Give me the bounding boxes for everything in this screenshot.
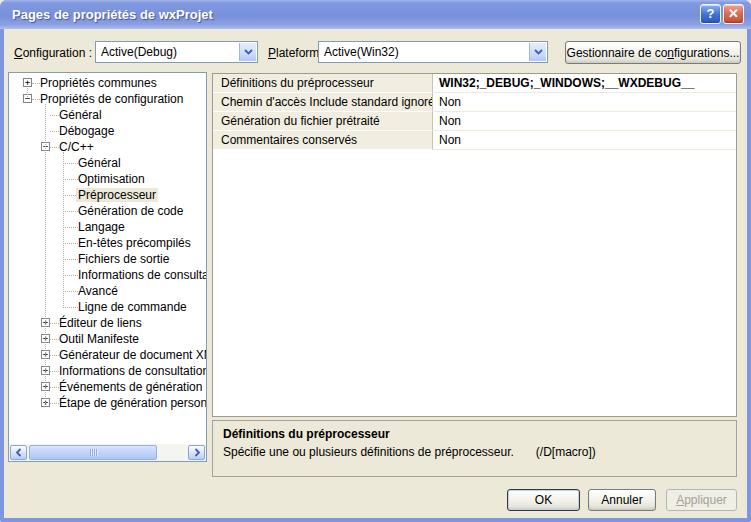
tree-item-label[interactable]: Informations de consultation: [76, 268, 207, 282]
property-row: Commentaires conservésNon: [213, 131, 736, 150]
title-bar: Pages de propriétés de wxProjet ? ✕: [0, 0, 751, 29]
chevron-down-icon[interactable]: [239, 43, 256, 61]
tree-item-label[interactable]: Optimisation: [76, 172, 147, 186]
property-label: Génération du fichier prétraité: [213, 112, 433, 131]
chevron-right-icon: [194, 448, 200, 457]
tree-item[interactable]: +Outil Manifeste: [9, 331, 206, 347]
tree-item-label[interactable]: Génération de code: [76, 204, 185, 218]
tree-item[interactable]: +Informations de consultation: [9, 363, 206, 379]
chevron-down-icon[interactable]: [529, 43, 546, 61]
tree-item[interactable]: Informations de consultation: [9, 267, 206, 283]
tree-item[interactable]: +Propriétés communes: [9, 75, 206, 91]
chevron-left-icon: [16, 448, 22, 457]
window-title: Pages de propriétés de wxProjet: [12, 0, 213, 29]
platform-select[interactable]: Active(Win32): [318, 41, 548, 63]
tree-item-label[interactable]: Ligne de commande: [76, 300, 189, 314]
tree-item-label[interactable]: Langage: [76, 220, 127, 234]
platform-value: Active(Win32): [324, 42, 399, 62]
scroll-left-button[interactable]: [10, 445, 27, 460]
property-value[interactable]: Non: [433, 93, 736, 112]
tree-connector: [45, 104, 46, 403]
expand-icon[interactable]: +: [23, 78, 32, 87]
tree-item[interactable]: Général: [9, 155, 206, 171]
property-label: Chemin d'accès Include standard ignoré: [213, 93, 433, 112]
apply-button: Appliquer: [666, 489, 737, 511]
cancel-button[interactable]: Annuler: [588, 489, 656, 511]
configuration-manager-button[interactable]: Gestionnaire de configurations...: [565, 41, 741, 64]
tree-item-label[interactable]: Informations de consultation: [57, 364, 207, 378]
configuration-select[interactable]: Active(Debug): [95, 41, 258, 63]
tree-connector: [63, 152, 64, 308]
property-value[interactable]: Non: [433, 131, 736, 150]
configuration-label: Configuration :: [14, 46, 92, 60]
tree-item-label[interactable]: Général: [57, 108, 104, 122]
tree-item-label[interactable]: Propriétés de configuration: [38, 92, 185, 106]
tree-item[interactable]: +Étape de génération personnalisée: [9, 395, 206, 411]
tree-item[interactable]: Langage: [9, 219, 206, 235]
tree-item-label[interactable]: Général: [76, 156, 123, 170]
scroll-right-button[interactable]: [188, 445, 205, 460]
tree-item[interactable]: En-têtes précompilés: [9, 235, 206, 251]
tree-item-label[interactable]: Événements de génération: [57, 380, 204, 394]
tree-item[interactable]: +Générateur de document XML: [9, 347, 206, 363]
ok-button[interactable]: OK: [507, 489, 580, 511]
close-icon: ✕: [728, 6, 739, 21]
description-text: Spécifie une ou plusieurs définitions de…: [223, 445, 726, 459]
tree-item-label[interactable]: Outil Manifeste: [57, 332, 141, 346]
configuration-value: Active(Debug): [101, 42, 177, 62]
tree-item-label[interactable]: Fichiers de sortie: [76, 252, 171, 266]
tree-item-label[interactable]: Éditeur de liens: [57, 316, 144, 330]
property-row: Génération du fichier prétraitéNon: [213, 112, 736, 131]
property-label: Définitions du préprocesseur: [213, 74, 433, 93]
property-value[interactable]: WIN32;_DEBUG;_WINDOWS;__WXDEBUG__: [433, 74, 736, 93]
tree-item[interactable]: −Propriétés de configuration: [9, 91, 206, 107]
tree-item[interactable]: Préprocesseur: [9, 187, 206, 203]
tree-item[interactable]: −C/C++: [9, 139, 206, 155]
close-button[interactable]: ✕: [723, 4, 744, 24]
tree-item[interactable]: Général: [9, 107, 206, 123]
tree-item[interactable]: +Éditeur de liens: [9, 315, 206, 331]
help-button[interactable]: ?: [700, 4, 721, 24]
tree-item[interactable]: +Événements de génération: [9, 379, 206, 395]
properties-dialog: Pages de propriétés de wxProjet ? ✕ Conf…: [0, 0, 751, 522]
description-title: Définitions du préprocesseur: [223, 427, 726, 441]
tree-item[interactable]: Débogage: [9, 123, 206, 139]
property-label: Commentaires conservés: [213, 131, 433, 150]
tree-item[interactable]: Ligne de commande: [9, 299, 206, 315]
tree-item[interactable]: Avancé: [9, 283, 206, 299]
tree-item-label[interactable]: Propriétés communes: [38, 76, 159, 90]
tree-item-label[interactable]: Débogage: [57, 124, 116, 138]
tree-item-label[interactable]: Générateur de document XML: [57, 348, 207, 362]
tree-item-label[interactable]: Préprocesseur: [76, 188, 158, 202]
tree-item[interactable]: Fichiers de sortie: [9, 251, 206, 267]
description-flag: (/D[macro]): [536, 445, 596, 459]
property-grid: Définitions du préprocesseurWIN32;_DEBUG…: [212, 73, 737, 417]
tree-connector: [27, 88, 28, 97]
property-row: Chemin d'accès Include standard ignoréNo…: [213, 93, 736, 112]
tree-item[interactable]: Génération de code: [9, 203, 206, 219]
tree-panel: +Propriétés communes−Propriétés de confi…: [8, 72, 207, 462]
description-panel: Définitions du préprocesseur Spécifie un…: [212, 420, 737, 477]
tree-item-label[interactable]: Avancé: [76, 284, 120, 298]
question-icon: ?: [707, 6, 715, 21]
scrollbar-thumb[interactable]: [29, 445, 157, 460]
property-row: Définitions du préprocesseurWIN32;_DEBUG…: [213, 74, 736, 93]
tree-item[interactable]: Optimisation: [9, 171, 206, 187]
property-value[interactable]: Non: [433, 112, 736, 131]
tree-item-label[interactable]: En-têtes précompilés: [76, 236, 193, 250]
tree-item-label[interactable]: Étape de génération personnalisée: [57, 396, 207, 410]
tree-horizontal-scrollbar[interactable]: [9, 444, 206, 461]
